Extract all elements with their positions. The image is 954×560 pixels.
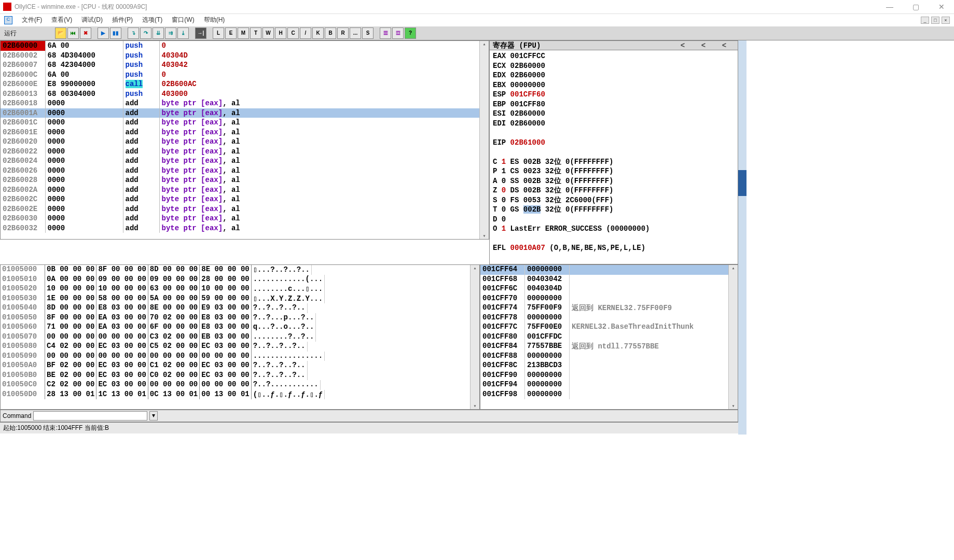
help-button[interactable]: ?	[405, 27, 416, 39]
reg-prev2-icon[interactable]: <	[693, 41, 714, 50]
disasm-row[interactable]: 02B60026 0000 add byte ptr [eax], al	[1, 166, 489, 176]
window-e-button[interactable]: E	[225, 27, 237, 39]
window-m-button[interactable]: M	[238, 27, 249, 39]
command-dropdown-icon[interactable]: ▾	[149, 411, 158, 421]
restart-button[interactable]: ⏮	[67, 27, 79, 39]
menu-item[interactable]: 插件(P)	[112, 16, 133, 24]
disasm-row[interactable]: 02B6002A 0000 add byte ptr [eax], al	[1, 185, 489, 195]
disasm-row[interactable]: 02B6001C 0000 add byte ptr [eax], al	[1, 118, 489, 128]
disasm-row[interactable]: 02B6002C 0000 add byte ptr [eax], al	[1, 194, 489, 204]
flag-row[interactable]: S 0 FS 0053 32位 2C6000(FFF)	[493, 195, 735, 205]
run-button[interactable]: ▶	[98, 27, 109, 39]
pause-button[interactable]: ▮▮	[110, 27, 121, 39]
mdi-close-button[interactable]: ×	[942, 17, 950, 24]
disasm-row[interactable]: 02B6001A 0000 add byte ptr [eax], al	[1, 108, 489, 118]
menu-item[interactable]: 调试(D)	[81, 16, 103, 24]
goto-button[interactable]: →|	[195, 27, 206, 39]
disasm-row[interactable]: 02B60000 6A 00 push 0	[1, 41, 489, 51]
stack-row[interactable]: 001CFF70 00000000	[480, 294, 738, 304]
window-r-button[interactable]: R	[337, 27, 349, 39]
disasm-row[interactable]: 02B60032 0000 add byte ptr [eax], al	[1, 223, 489, 233]
stack-row[interactable]: 001CFF7C 75FF00E0 KERNEL32.BaseThreadIni…	[480, 323, 738, 332]
mdi-max-button[interactable]: □	[931, 17, 939, 24]
register-row[interactable]: EBP 001CFF80	[493, 100, 735, 109]
dump-row[interactable]: 01005090 00 00 00 00 00 00 00 00 00 00 0…	[1, 352, 479, 361]
menu-item[interactable]: 窗口(W)	[172, 16, 194, 24]
window-/-button[interactable]: /	[300, 27, 311, 39]
stack-row[interactable]: 001CFF90 00000000	[480, 371, 738, 381]
reg-prev3-icon[interactable]: <	[714, 41, 735, 50]
menu-item[interactable]: 选项(T)	[142, 16, 162, 24]
window-h-button[interactable]: H	[275, 27, 286, 39]
efl-row[interactable]: EFL 00010A07 (O,B,NE,BE,NS,PE,L,LE)	[493, 243, 735, 253]
dump-row[interactable]: 01005050 8F 00 00 00 EA 03 00 00 70 02 0…	[1, 313, 479, 323]
flag-row[interactable]: A 0 SS 002B 32位 0(FFFFFFFF)	[493, 176, 735, 186]
window-s-button[interactable]: S	[362, 27, 374, 39]
stack-row[interactable]: 001CFF68 00403042	[480, 275, 738, 285]
minimap[interactable]	[738, 40, 746, 435]
stack-row[interactable]: 001CFF8C 213BBCD3	[480, 361, 738, 371]
hexdump-pane[interactable]: 01005000 0B 00 00 00 8F 00 00 00 8D 00 0…	[0, 264, 480, 410]
register-row[interactable]: EAX 001CFFCC	[493, 51, 735, 61]
disasm-row[interactable]: 02B6000E E8 99000000 call 02B600AC	[1, 79, 489, 89]
flag-row[interactable]: D 0	[493, 215, 735, 225]
disasm-row[interactable]: 02B60007 68 42304000 push 403042	[1, 60, 489, 70]
flag-row[interactable]: C 1 ES 002B 32位 0(FFFFFFFF)	[493, 157, 735, 167]
disasm-row[interactable]: 02B6000C 6A 00 push 0	[1, 70, 489, 80]
dump-row[interactable]: 01005010 0A 00 00 00 09 00 00 00 09 00 0…	[1, 275, 479, 285]
opt1-button[interactable]: ☰	[380, 27, 391, 39]
command-input[interactable]	[33, 411, 147, 421]
eip-row[interactable]: EIP 02B61000	[493, 138, 735, 148]
stack-row[interactable]: 001CFF80 001CFFDC	[480, 332, 738, 342]
register-pane[interactable]: 寄存器 (FPU) < < < EAX 001CFFCCECX 02B60000…	[489, 40, 738, 264]
dump-row[interactable]: 010050C0 C2 02 00 00 EC 03 00 00 00 00 0…	[1, 380, 479, 390]
register-row[interactable]: ESP 001CFF60	[493, 90, 735, 100]
window-t-button[interactable]: T	[250, 27, 261, 39]
disasm-row[interactable]: 02B6001E 0000 add byte ptr [eax], al	[1, 128, 489, 137]
stop-button[interactable]: ✖	[80, 27, 91, 39]
flag-row[interactable]: Z 0 DS 002B 32位 0(FFFFFFFF)	[493, 186, 735, 195]
disasm-row[interactable]: 02B60024 0000 add byte ptr [eax], al	[1, 156, 489, 166]
menu-item[interactable]: 文件(F)	[22, 16, 42, 24]
dump-row[interactable]: 01005040 8D 00 00 00 E8 03 00 00 8E 00 0…	[1, 303, 479, 313]
window-...-button[interactable]: ...	[350, 27, 361, 39]
window-l-button[interactable]: L	[213, 27, 224, 39]
minimize-button[interactable]: —	[880, 3, 899, 11]
dump-row[interactable]: 01005000 0B 00 00 00 8F 00 00 00 8D 00 0…	[1, 265, 479, 275]
dump-row[interactable]: 01005030 1E 00 00 00 58 00 00 00 5A 00 0…	[1, 294, 479, 304]
disasm-row[interactable]: 02B60028 0000 add byte ptr [eax], al	[1, 175, 489, 185]
flag-row[interactable]: P 1 CS 0023 32位 0(FFFFFFFF)	[493, 166, 735, 176]
menu-item[interactable]: 帮助(H)	[204, 16, 225, 24]
disasm-row[interactable]: 02B60022 0000 add byte ptr [eax], al	[1, 147, 489, 157]
register-row[interactable]: ECX 02B60000	[493, 61, 735, 71]
maximize-button[interactable]: ▢	[906, 3, 925, 11]
disasm-scrollbar[interactable]	[479, 41, 489, 239]
window-k-button[interactable]: K	[312, 27, 324, 39]
open-button[interactable]: 📂	[55, 27, 66, 39]
stack-row[interactable]: 001CFF94 00000000	[480, 380, 738, 390]
dump-row[interactable]: 010050D0 28 13 00 01 1C 13 00 01 0C 13 0…	[1, 390, 479, 400]
window-b-button[interactable]: B	[325, 27, 336, 39]
stack-pane[interactable]: 001CFF64 00000000 001CFF68 00403042 001C…	[480, 264, 738, 410]
dump-row[interactable]: 01005060 71 00 00 00 EA 03 00 00 6F 00 0…	[1, 323, 479, 332]
register-row[interactable]: EDI 02B60000	[493, 119, 735, 129]
stack-row[interactable]: 001CFF6C 0040304D	[480, 284, 738, 294]
close-button[interactable]: ✕	[932, 3, 951, 11]
register-row[interactable]: ESI 02B60000	[493, 109, 735, 119]
stack-row[interactable]: 001CFF98 00000000	[480, 390, 738, 400]
disasm-row[interactable]: 02B60030 0000 add byte ptr [eax], al	[1, 214, 489, 223]
stack-row[interactable]: 001CFF78 00000000	[480, 313, 738, 323]
stack-row[interactable]: 001CFF64 00000000	[480, 265, 738, 275]
trace-over-button[interactable]: ⇉	[165, 27, 176, 39]
dump-row[interactable]: 01005080 C4 02 00 00 EC 03 00 00 C5 02 0…	[1, 342, 479, 352]
step-into-button[interactable]: ↴	[128, 27, 139, 39]
disasm-row[interactable]: 02B60018 0000 add byte ptr [eax], al	[1, 99, 489, 108]
stack-row[interactable]: 001CFF74 75FF00F9 返回到 KERNEL32.75FF00F9	[480, 303, 738, 313]
dump-scrollbar[interactable]	[470, 265, 479, 409]
window-c-button[interactable]: C	[287, 27, 299, 39]
disasm-row[interactable]: 02B6002E 0000 add byte ptr [eax], al	[1, 204, 489, 214]
opt2-button[interactable]: ☲	[392, 27, 404, 39]
mdi-min-button[interactable]: _	[921, 17, 929, 24]
reg-prev-icon[interactable]: <	[672, 41, 693, 50]
execute-till-button[interactable]: ⤓	[177, 27, 189, 39]
